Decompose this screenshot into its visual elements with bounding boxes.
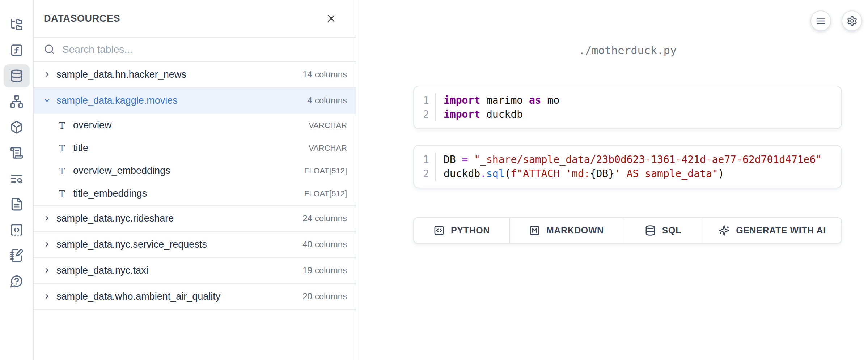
database-icon (10, 69, 24, 83)
rail-tracebacks-button[interactable] (4, 167, 30, 190)
code-cell[interactable]: 1DB = "_share/sample_data/23b0d623-1361-… (413, 145, 842, 188)
search-bar (34, 38, 356, 62)
rail-file-explorer-button[interactable] (4, 13, 30, 36)
notebook-area: ./motherduck.py 1import marimo as mo2imp… (356, 0, 868, 360)
add-button-label: SQL (662, 225, 681, 236)
text-type-icon: T (57, 120, 67, 131)
table-columns-count: 24 columns (302, 213, 347, 223)
add-button-label: PYTHON (451, 225, 490, 236)
datasources-panel: DATASOURCES sample_data.hn.hacker_news14… (34, 0, 356, 360)
code-text: duckdb.sql(f"ATTACH 'md:{DB}' AS sample_… (435, 167, 841, 181)
table-row[interactable]: sample_data.who.ambient_air_quality20 co… (34, 284, 356, 310)
rail-packages-button[interactable] (4, 116, 30, 139)
rail-snippets-button[interactable] (4, 218, 30, 241)
text-type-icon: T (57, 165, 67, 177)
table-name: sample_data.who.ambient_air_quality (56, 291, 297, 302)
table-name: sample_data.nyc.taxi (56, 265, 297, 276)
rail-help-button[interactable] (4, 270, 30, 293)
column-type: VARCHAR (309, 143, 347, 153)
table-name: sample_data.hn.hacker_news (56, 69, 297, 80)
add-generate-with-ai-button[interactable]: GENERATE WITH AI (703, 218, 841, 243)
code-line: 2duckdb.sql(f"ATTACH 'md:{DB}' AS sample… (414, 167, 841, 181)
tables-list: sample_data.hn.hacker_news14 columnssamp… (34, 62, 356, 360)
table-name: sample_data.nyc.rideshare (56, 213, 297, 224)
column-name: title (73, 142, 302, 154)
table-row[interactable]: sample_data.kaggle.movies4 columns (34, 88, 356, 114)
sparkles-icon (719, 225, 730, 236)
column-row[interactable]: TtitleVARCHAR (34, 137, 356, 159)
cells: 1import marimo as mo2import duckdb1DB = … (413, 86, 842, 188)
chevron-right-icon (43, 266, 51, 274)
table-row[interactable]: sample_data.hn.hacker_news14 columns (34, 62, 356, 88)
settings-button[interactable] (842, 10, 862, 31)
add-markdown-button[interactable]: MARKDOWN (510, 218, 623, 243)
table-columns-count: 20 columns (302, 291, 347, 301)
close-icon (325, 13, 337, 24)
gear-icon (847, 16, 858, 26)
database-icon (645, 225, 656, 236)
panel-title: DATASOURCES (44, 13, 120, 24)
text-type-icon: T (57, 142, 67, 154)
line-number: 2 (414, 167, 435, 181)
text-type-icon: T (57, 188, 67, 200)
column-type: VARCHAR (309, 121, 347, 130)
table-name: sample_data.nyc.service_requests (56, 239, 297, 250)
column-name: overview (73, 120, 302, 131)
table-columns-count: 4 columns (308, 95, 347, 106)
rail-datasources-button[interactable] (4, 64, 30, 87)
line-number: 1 (414, 153, 435, 167)
table-columns-count: 14 columns (302, 69, 347, 80)
file-tree-icon (10, 18, 24, 31)
chevron-right-icon (43, 70, 51, 78)
code-line: 1DB = "_share/sample_data/23b0d623-1361-… (414, 153, 841, 167)
app-window: DATASOURCES sample_data.hn.hacker_news14… (0, 0, 868, 360)
file-text-icon (10, 197, 24, 211)
text-search-icon (10, 172, 24, 185)
close-panel-button[interactable] (325, 13, 337, 24)
table-columns-count: 40 columns (302, 239, 347, 249)
rail-scratchpad-button[interactable] (4, 244, 30, 267)
column-name: title_embeddings (73, 188, 298, 199)
code-text: import duckdb (435, 107, 841, 121)
column-row[interactable]: Toverview_embeddingsFLOAT[512] (34, 159, 356, 182)
table-name: sample_data.kaggle.movies (56, 95, 302, 106)
rail-documentation-button[interactable] (4, 193, 30, 216)
column-row[interactable]: ToverviewVARCHAR (34, 114, 356, 137)
table-columns-count: 19 columns (302, 265, 347, 275)
code-dashed-icon (10, 223, 24, 237)
chevron-down-icon (43, 97, 51, 104)
column-row[interactable]: Ttitle_embeddingsFLOAT[512] (34, 182, 356, 205)
square-code-icon (433, 225, 445, 236)
code-line: 2import duckdb (414, 107, 841, 121)
column-type: FLOAT[512] (304, 189, 347, 198)
columns-group: ToverviewVARCHARTtitleVARCHARToverview_e… (34, 114, 356, 206)
notebook-filename: ./motherduck.py (413, 44, 842, 57)
help-circle-icon (10, 274, 24, 288)
add-sql-button[interactable]: SQL (623, 218, 703, 243)
search-input[interactable] (62, 44, 346, 55)
box-icon (10, 120, 24, 134)
search-icon (44, 44, 55, 55)
notebook-content: ./motherduck.py 1import marimo as mo2imp… (413, 0, 842, 244)
rail-logs-button[interactable] (4, 141, 30, 164)
code-cell[interactable]: 1import marimo as mo2import duckdb (413, 86, 842, 129)
add-button-label: GENERATE WITH AI (736, 225, 826, 236)
add-python-button[interactable]: PYTHON (414, 218, 510, 243)
table-row[interactable]: sample_data.nyc.rideshare24 columns (34, 206, 356, 232)
function-square-icon (10, 43, 24, 57)
table-row[interactable]: sample_data.nyc.taxi19 columns (34, 258, 356, 284)
scroll-text-icon (10, 146, 24, 160)
panel-header: DATASOURCES (34, 0, 356, 38)
add-button-label: MARKDOWN (546, 225, 604, 236)
activity-rail (0, 0, 34, 360)
rail-variables-button[interactable] (4, 39, 30, 62)
column-name: overview_embeddings (73, 165, 298, 176)
column-type: FLOAT[512] (304, 166, 347, 176)
table-row[interactable]: sample_data.nyc.service_requests40 colum… (34, 232, 356, 258)
code-line: 1import marimo as mo (414, 93, 841, 107)
add-cell-bar: PYTHONMARKDOWNSQLGENERATE WITH AI (413, 217, 842, 244)
line-number: 2 (414, 107, 435, 121)
rail-dependencies-button[interactable] (4, 90, 30, 113)
chevron-right-icon (43, 240, 51, 248)
square-m-icon (529, 225, 540, 236)
